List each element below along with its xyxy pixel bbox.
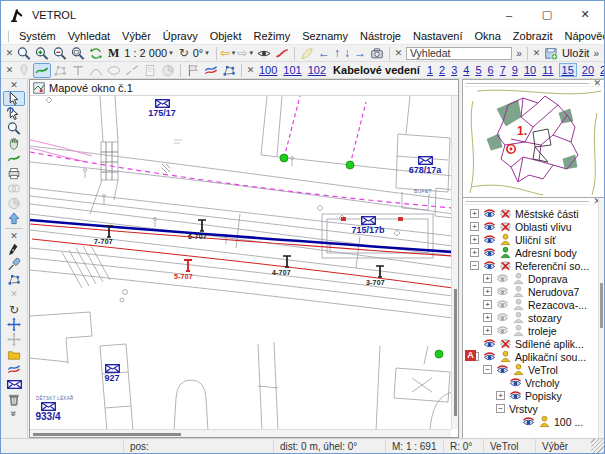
labels-icon[interactable] [512, 324, 525, 337]
tree-item-vrcholy[interactable]: Vrcholy [463, 376, 598, 389]
map-vertical-scrollbar[interactable] [451, 96, 458, 429]
pole-label-7-707[interactable]: 7-707 [94, 238, 113, 245]
map-label-175-17[interactable]: 175/17 [140, 99, 184, 118]
view-back-icon[interactable]: ⇦ [220, 46, 230, 60]
zoom-in-icon[interactable] [34, 46, 50, 61]
cable-link-3[interactable]: 3 [451, 64, 457, 76]
menu-upravy[interactable]: Úpravy [157, 30, 204, 42]
labels-icon[interactable] [512, 363, 525, 376]
expand-toggle[interactable]: + [483, 326, 492, 335]
zoom-icon[interactable] [16, 46, 32, 61]
rotate-view-icon[interactable]: ↻ [179, 46, 189, 60]
tree-item-mestske-casti[interactable]: +Městské části [463, 207, 598, 220]
help-select-tool[interactable] [3, 106, 25, 121]
cable-link-4[interactable]: 4 [463, 64, 469, 76]
vertex-tool-icon[interactable] [221, 63, 237, 78]
map-window-titlebar[interactable]: Mapové okno č.1 [30, 80, 458, 96]
tree-item-adresni-body[interactable]: +Adresní body [463, 246, 598, 259]
up-level-tool[interactable] [3, 211, 25, 226]
rotate-object-tool[interactable]: ↻ [3, 302, 25, 317]
menu-okna[interactable]: Okna [469, 30, 507, 42]
close-toolbar-icon[interactable]: ✕ [10, 231, 18, 242]
visibility-icon[interactable] [483, 350, 496, 363]
label-tool[interactable] [3, 347, 25, 362]
expand-toggle[interactable]: + [470, 235, 479, 244]
tree-item-referencni[interactable]: −Referenční so... [463, 259, 598, 272]
scale-combo[interactable]: 1 : 2 000 ▾ [122, 47, 176, 59]
map-label-715-17b[interactable]: 715/17b [344, 216, 392, 235]
pan-down-icon[interactable]: ↓ [344, 46, 350, 60]
trace-tool[interactable] [3, 362, 25, 377]
visibility-icon[interactable] [496, 285, 509, 298]
visibility-icon[interactable] [483, 220, 496, 233]
tree-item-nerudova7[interactable]: +Nerudova7 [463, 285, 598, 298]
measure-icon[interactable]: M [108, 46, 119, 61]
cable-link-1[interactable]: 1 [427, 64, 433, 76]
map-label-927[interactable]: 927 [96, 364, 128, 383]
scrollbar-thumb[interactable] [454, 289, 457, 416]
flag-tool-icon[interactable] [185, 63, 201, 78]
visibility-icon[interactable] [256, 46, 272, 61]
tree-item-aplikacni[interactable]: −Aplikační sou... [463, 350, 598, 363]
edit-vertices-tool[interactable] [3, 272, 25, 287]
quick-link-101[interactable]: 101 [283, 64, 301, 76]
visibility-icon[interactable] [496, 324, 509, 337]
feather-icon[interactable] [299, 46, 315, 61]
labels-icon[interactable] [512, 298, 525, 311]
pole-label-5-707[interactable]: 5-707 [174, 273, 193, 280]
visibility-icon[interactable] [509, 389, 522, 402]
expand-toggle[interactable]: + [483, 313, 492, 322]
select-tool-selected[interactable] [3, 91, 25, 106]
pole-label-6-707[interactable]: 6-707 [188, 233, 207, 240]
expand-toggle[interactable]: + [496, 391, 505, 400]
mail-object-tool[interactable] [3, 377, 25, 392]
chevron-down-icon[interactable]: ▾ [232, 49, 236, 57]
map-label-678-17a[interactable]: 678/17a [400, 156, 450, 175]
angle-combo[interactable]: 0° ▾ [191, 47, 213, 59]
labels-icon[interactable] [499, 233, 512, 246]
expand-toggle[interactable]: + [483, 287, 492, 296]
quick-link-100[interactable]: 100 [259, 64, 277, 76]
tree-item-oblasti-vlivu[interactable]: +Oblasti vlivu [463, 220, 598, 233]
visibility-icon[interactable] [509, 376, 522, 389]
labels-off-icon[interactable] [499, 207, 512, 220]
menu-zobrazit[interactable]: Zobrazit [507, 30, 559, 42]
visibility-icon[interactable] [483, 259, 496, 272]
close-links-icon[interactable]: ✕ [245, 65, 256, 75]
redraw-icon[interactable] [88, 46, 104, 61]
visibility-icon[interactable] [483, 246, 496, 259]
visibility-icon[interactable] [496, 363, 509, 376]
delete-tool[interactable] [3, 392, 25, 407]
close-save-toolbar-icon[interactable]: ✕ [531, 48, 542, 58]
menu-nastroje[interactable]: Nástroje [354, 30, 407, 42]
map-label-933-4[interactable]: 933/4 [30, 402, 66, 423]
close-overview-icon[interactable]: ✕ [593, 80, 601, 87]
zoom-tool[interactable] [3, 121, 25, 136]
visibility-icon[interactable] [522, 415, 535, 428]
cable-link-9[interactable]: 9 [512, 64, 518, 76]
picker-tool[interactable] [3, 257, 25, 272]
expand-toggle[interactable]: + [470, 222, 479, 231]
pan-tool[interactable] [3, 136, 25, 151]
scrollbar-thumb[interactable] [600, 283, 603, 328]
save-icon[interactable] [543, 46, 559, 61]
minimize-button[interactable]: – [490, 1, 528, 28]
quick-link-102[interactable]: 102 [308, 64, 326, 76]
menu-seznamy[interactable]: Seznamy [296, 30, 354, 42]
expand-toggle[interactable]: + [483, 300, 492, 309]
zoom-extent-icon[interactable] [70, 46, 86, 61]
snapshot-icon[interactable] [369, 46, 385, 61]
cable-link-15-selected[interactable]: 15 [559, 63, 577, 77]
clear-search-icon[interactable]: ✕ [393, 48, 404, 58]
tree-item-popisky[interactable]: +Popisky [463, 389, 598, 402]
save-button[interactable]: Uložit [562, 47, 590, 59]
node-edit-icon[interactable] [203, 63, 219, 78]
tree-item-100[interactable]: 100 ... [463, 415, 598, 428]
tree-item-rezacova[interactable]: +Rezacova-... [463, 298, 598, 311]
toolbar-overflow-icon[interactable]: » [9, 411, 20, 417]
tree-item-sdilene[interactable]: Sdílené aplik... [463, 337, 598, 350]
expand-toggle[interactable]: − [470, 261, 479, 270]
labels-off-icon[interactable] [499, 259, 512, 272]
menu-vyber[interactable]: Výběr [116, 30, 157, 42]
visibility-icon[interactable] [496, 272, 509, 285]
